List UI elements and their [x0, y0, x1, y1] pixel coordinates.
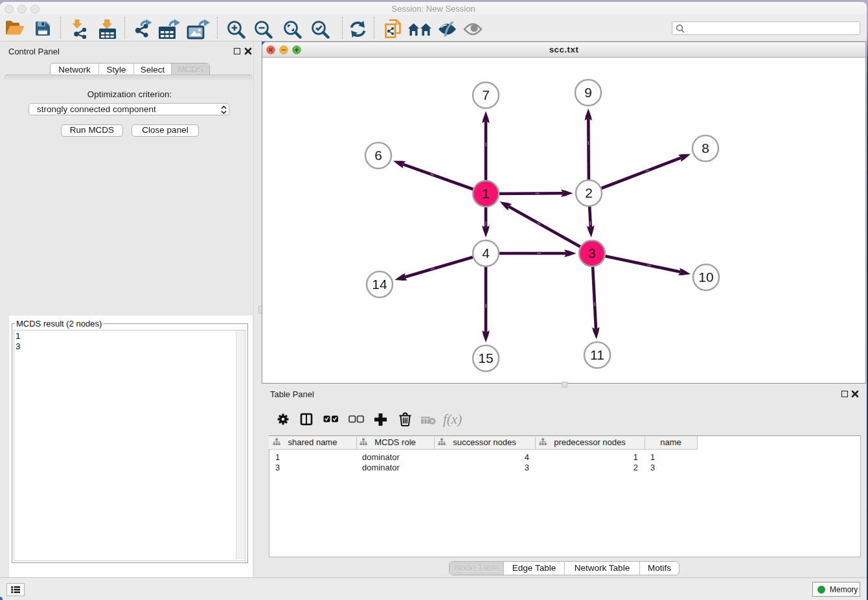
svg-text:15: 15: [478, 351, 493, 365]
svg-text:3: 3: [588, 246, 596, 260]
svg-text:11: 11: [590, 347, 604, 362]
svg-text:1: 1: [482, 186, 490, 201]
svg-text:10: 10: [698, 270, 713, 284]
svg-text:14: 14: [372, 277, 387, 292]
svg-text:4: 4: [482, 246, 490, 260]
svg-text:9: 9: [584, 85, 592, 100]
svg-text:8: 8: [702, 141, 709, 156]
svg-text:7: 7: [482, 87, 490, 102]
svg-text:6: 6: [374, 148, 382, 163]
svg-text:2: 2: [585, 185, 593, 200]
